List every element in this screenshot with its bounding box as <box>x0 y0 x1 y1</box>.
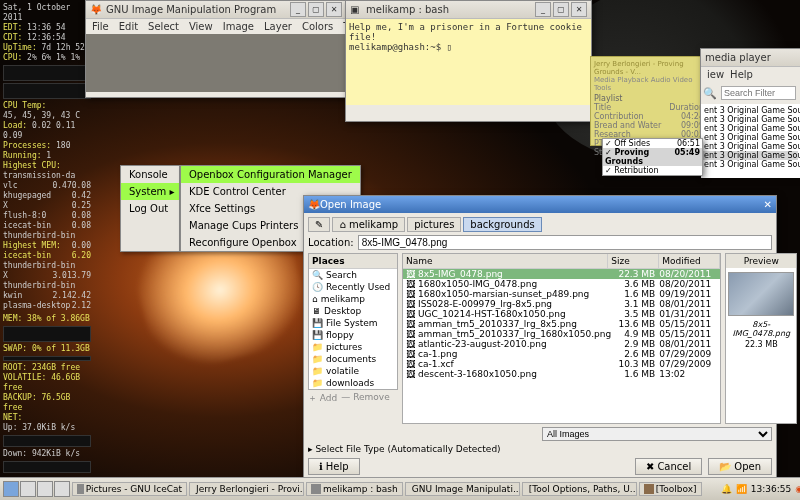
filetype-expander[interactable]: ▸ Select File Type (Automatically Detect… <box>308 444 501 454</box>
task-icecat[interactable]: Pictures - GNU IceCat <box>72 482 187 496</box>
task-terminal[interactable]: melikamp : bash <box>306 482 403 496</box>
close-icon[interactable]: ✕ <box>326 2 342 17</box>
menu-file[interactable]: File <box>92 21 109 32</box>
close-icon[interactable]: ✕ <box>764 199 772 210</box>
media-track-list[interactable]: ent 3 Original Game Soundtrack ent 3 Ori… <box>701 104 800 178</box>
menu-konsole[interactable]: Konsole <box>121 166 179 183</box>
pencil-icon[interactable]: ✎ <box>308 217 330 232</box>
help-button[interactable]: ℹ Help <box>308 458 360 475</box>
media-player-window[interactable]: media player iew Help 🔍 ent 3 Original G… <box>700 48 800 175</box>
media-left-list[interactable]: ✓ Off Sides06:51 ✓ Proving Grounds05:49 … <box>602 138 703 176</box>
cancel-button[interactable]: ✖ Cancel <box>635 458 702 475</box>
gimp-titlebar[interactable]: 🦊 GNU Image Manipulation Program _▢✕ <box>86 1 346 19</box>
place-filesystem[interactable]: 💾 File System <box>309 317 397 329</box>
menu-openbox-config[interactable]: Openbox Configuration Manager <box>181 166 360 183</box>
place-floppy[interactable]: 💾 floppy <box>309 329 397 341</box>
place-downloads[interactable]: 📁 downloads <box>309 377 397 389</box>
list-item[interactable]: ent 3 Original Game Soundtrack <box>703 115 798 124</box>
open-image-dialog[interactable]: 🦊 Open Image ✕ ✎ ⌂ melikamp pictures bac… <box>303 195 777 477</box>
list-item-selected[interactable]: ✓ Proving Grounds05:49 <box>603 148 702 166</box>
tray-icon[interactable]: 🔔 <box>721 484 732 494</box>
place-recent[interactable]: 🕓 Recently Used <box>309 281 397 293</box>
task-gimp-toolbox[interactable]: [Toolbox] <box>639 482 702 496</box>
file-row[interactable]: 🖼amman_tm5_2010337_lrg_8x5.png13.6 MB05/… <box>403 319 720 329</box>
media-titlebar[interactable]: media player <box>701 49 800 67</box>
col-modified[interactable]: Modified <box>659 254 720 268</box>
place-pictures[interactable]: 📁 pictures <box>309 341 397 353</box>
crumb-pictures[interactable]: pictures <box>407 217 461 232</box>
file-list[interactable]: Name Size Modified 🖼8x5-IMG_0478.png22.3… <box>402 253 721 424</box>
location-input[interactable] <box>358 235 772 250</box>
workspace-3[interactable] <box>37 481 53 497</box>
file-row[interactable]: 🖼ISS028-E-009979_lrg-8x5.png3.1 MB08/01/… <box>403 299 720 309</box>
filetype-filter[interactable]: All Images <box>542 427 772 441</box>
list-item[interactable]: ent 3 Original Game Soundtrack <box>703 142 798 151</box>
col-size[interactable]: Size <box>608 254 659 268</box>
open-button[interactable]: 📂 Open <box>708 458 772 475</box>
file-row[interactable]: 🖼descent-3-1680x1050.png1.6 MB13:02 <box>403 369 720 379</box>
min-icon[interactable]: _ <box>290 2 306 17</box>
file-row[interactable]: 🖼8x5-IMG_0478.png22.3 MB08/20/2011 <box>403 269 720 279</box>
terminal-body[interactable]: Help me, I'm a prisoner in a Fortune coo… <box>346 19 591 105</box>
file-row[interactable]: 🖼1680x1050-marsian-sunset_p489.png1.6 MB… <box>403 289 720 299</box>
playlist-row[interactable]: Bread and Water09:09 <box>594 121 704 130</box>
task-gimp-tooloptions[interactable]: [Tool Options, Paths, U... <box>522 482 637 496</box>
place-desktop[interactable]: 🖥 Desktop <box>309 305 397 317</box>
system-tray[interactable]: 🔔 📶 13:36:55 ◉ <box>721 484 800 494</box>
max-icon[interactable]: ▢ <box>308 2 324 17</box>
menu-system[interactable]: System ▸ <box>121 183 179 200</box>
file-row[interactable]: 🖼amman_tm5_2010337_lrg_1680x1050.png4.9 … <box>403 329 720 339</box>
playlist-row[interactable]: Contribution04:24 <box>594 112 704 121</box>
menu-layer[interactable]: Layer <box>264 21 292 32</box>
file-row[interactable]: 🖼UGC_10214-HST-1680x1050.png3.5 MB01/31/… <box>403 309 720 319</box>
file-row[interactable]: 🖼ca-1.png2.6 MB07/29/2009 <box>403 349 720 359</box>
search-input[interactable] <box>721 86 796 100</box>
menu-image[interactable]: Image <box>223 21 254 32</box>
gimp-menubar[interactable]: File Edit Select View Image Layer Colors… <box>86 19 346 34</box>
vlc-playlist-window[interactable]: Jerry Berlongieri - Proving Grounds - V.… <box>590 56 708 146</box>
dialog-titlebar[interactable]: 🦊 Open Image ✕ <box>304 196 776 213</box>
tray-icon[interactable]: 📶 <box>736 484 747 494</box>
list-item-selected[interactable]: ent 3 Original Game Soundtra... <box>703 151 798 160</box>
list-item[interactable]: ✓ Off Sides06:51 <box>603 139 702 148</box>
workspace-1[interactable] <box>3 481 19 497</box>
close-icon[interactable]: ✕ <box>571 2 587 17</box>
workspace-4[interactable] <box>54 481 70 497</box>
gimp-window[interactable]: 🦊 GNU Image Manipulation Program _▢✕ Fil… <box>85 0 347 98</box>
terminal-window[interactable]: ▣ melikamp : bash _▢✕ Help me, I'm a pri… <box>345 0 592 122</box>
list-item[interactable]: ent 3 Original Game Soundtrack <box>703 124 798 133</box>
list-item[interactable]: ent 3 Original Game Soundtrack <box>703 133 798 142</box>
file-row[interactable]: 🖼ca-1.xcf10.3 MB07/29/2009 <box>403 359 720 369</box>
crumb-backgrounds[interactable]: backgrounds <box>463 217 541 232</box>
place-documents[interactable]: 📁 documents <box>309 353 397 365</box>
tray-ubuntu-icon[interactable]: ◉ <box>795 484 800 494</box>
workspace-2[interactable] <box>20 481 36 497</box>
taskbar[interactable]: Pictures - GNU IceCat Jerry Berlongieri … <box>0 477 800 500</box>
places-sidebar[interactable]: Places 🔍 Search 🕓 Recently Used ⌂ melika… <box>308 253 398 390</box>
place-search[interactable]: 🔍 Search <box>309 269 397 281</box>
list-item[interactable]: ent 3 Original Game Soundtrack <box>703 106 798 115</box>
workspace-switcher[interactable] <box>3 481 70 497</box>
menu-select[interactable]: Select <box>148 21 179 32</box>
place-home[interactable]: ⌂ melikamp <box>309 293 397 305</box>
max-icon[interactable]: ▢ <box>553 2 569 17</box>
min-icon[interactable]: _ <box>535 2 551 17</box>
menu-edit[interactable]: Edit <box>119 21 138 32</box>
menu-view[interactable]: iew <box>707 69 724 80</box>
menu-view[interactable]: View <box>189 21 213 32</box>
task-vlc[interactable]: Jerry Berlongieri - Provi... <box>189 482 304 496</box>
remove-bookmark[interactable]: — Remove <box>341 392 389 405</box>
list-item[interactable]: ✓ Retribution <box>603 166 702 175</box>
term-titlebar[interactable]: ▣ melikamp : bash _▢✕ <box>346 1 591 19</box>
tray-clock[interactable]: 13:36:55 <box>751 484 791 494</box>
file-row[interactable]: 🖼1680x1050-IMG_0478.png3.6 MB08/20/2011 <box>403 279 720 289</box>
col-name[interactable]: Name <box>403 254 608 268</box>
task-gimp[interactable]: GNU Image Manipulati... <box>405 482 520 496</box>
menu-logout[interactable]: Log Out <box>121 200 179 217</box>
crumb-home[interactable]: ⌂ melikamp <box>332 217 405 232</box>
list-item[interactable]: ent 3 Original Game Soundtrack <box>703 160 798 169</box>
vlc-menubar[interactable]: Media Playback Audio Video Tools <box>594 76 704 92</box>
menu-help[interactable]: Help <box>730 69 753 80</box>
menu-colors[interactable]: Colors <box>302 21 333 32</box>
add-bookmark[interactable]: ＋ Add <box>308 392 337 405</box>
